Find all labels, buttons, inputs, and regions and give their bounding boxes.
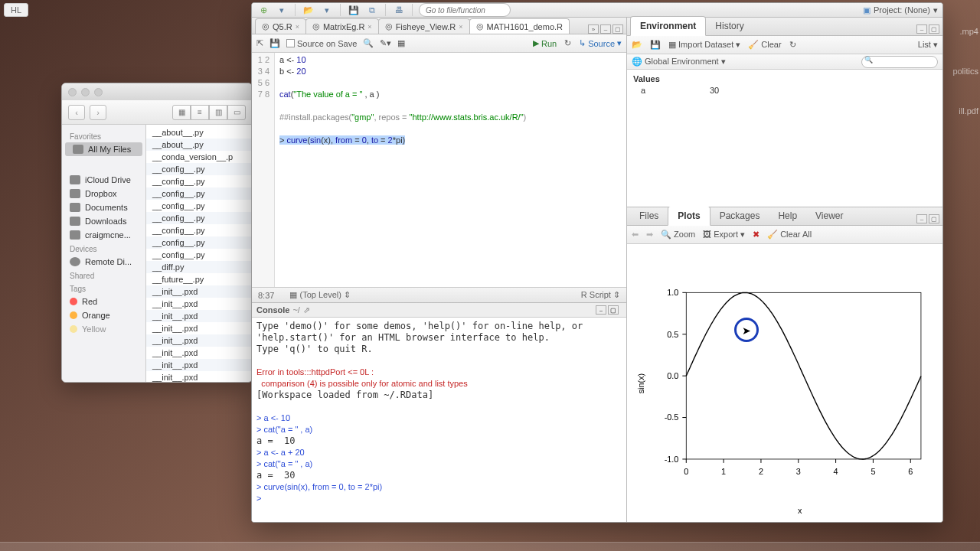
go-to-input[interactable] [419,3,511,17]
file-row[interactable]: __diff.py [146,261,252,273]
tag-yellow[interactable]: Yellow [62,322,145,336]
close-icon[interactable] [68,88,77,96]
maximize-pane[interactable]: ▢ [608,305,619,315]
tag-red[interactable]: Red [62,295,145,308]
file-row[interactable]: __config__.py [146,175,252,187]
close-icon[interactable]: × [296,23,299,31]
refresh-button[interactable]: ↻ [789,40,796,50]
source-on-save-check[interactable]: Source on Save [286,39,357,48]
project-menu[interactable]: ▣Project: (None) ▾ [863,5,938,15]
minimize-icon[interactable] [81,88,90,96]
file-row[interactable]: __future__.py [146,273,252,285]
maximize-pane[interactable]: ▢ [929,24,939,34]
tab-plots[interactable]: Plots [668,206,710,226]
list-view-button[interactable]: ≡ [191,105,209,120]
prev-plot-button[interactable]: ⬅ [632,230,639,240]
file-row[interactable]: __init__.pxd [146,371,252,382]
back-button[interactable]: ‹ [68,105,85,120]
rerun-button[interactable]: ↻ [564,38,571,48]
file-row[interactable]: __init__.pxd [146,285,252,298]
save-all-button[interactable]: ⧉ [365,3,379,17]
sidebar-item-dropbox[interactable]: Dropbox [62,187,145,201]
file-row[interactable]: __config__.py [146,200,252,212]
tab-packages[interactable]: Packages [710,207,769,225]
clear-all-button[interactable]: 🧹 Clear All [767,230,812,240]
minimize-pane[interactable]: – [600,24,611,34]
tab-help[interactable]: Help [769,207,806,225]
new-file-button[interactable]: ⊕ [256,3,270,17]
sidebar-item-home[interactable]: craigmcne... [62,228,145,242]
file-row[interactable]: __init__.pxd [146,310,252,322]
save-button[interactable]: 💾 [270,38,280,48]
maximize-pane[interactable]: ▢ [929,214,939,223]
sidebar-item-all-my-files[interactable]: All My Files [65,142,142,156]
file-row[interactable]: __config__.py [146,236,252,249]
print-button[interactable]: 🖶 [392,3,406,17]
finder-titlebar[interactable] [62,83,252,100]
sidebar-item-icloud[interactable]: iCloud Drive [62,173,145,187]
file-row[interactable]: __init__.pxd [146,298,252,310]
close-icon[interactable]: × [368,23,371,31]
tab-files[interactable]: Files [630,207,668,225]
run-button[interactable]: ▶ Run [533,38,557,48]
env-row[interactable]: a 30 [633,85,936,96]
popout-button[interactable]: ⇱ [256,38,263,48]
file-row[interactable]: __config__.py [146,224,252,236]
sidebar-item-downloads[interactable]: Downloads [62,214,145,228]
open-dropdown[interactable]: ▾ [320,3,334,17]
file-row[interactable]: __init__.pxd [146,359,252,371]
clear-button[interactable]: 🧹 Clear [748,40,781,50]
file-row[interactable]: __init__.pxd [146,347,252,359]
file-row[interactable]: __config__.py [146,212,252,224]
tab-matrixeg[interactable]: ◎MatrixEg.R× [305,18,379,34]
minimize-pane[interactable]: – [916,24,927,34]
file-row[interactable]: __config__.py [146,249,252,261]
zoom-icon[interactable] [94,88,103,96]
tab-viewer[interactable]: Viewer [806,207,852,225]
forward-button[interactable]: › [90,105,106,120]
load-workspace-button[interactable]: 📂 [632,40,642,50]
tab-fisheye[interactable]: ◎Fisheye_View.R× [378,18,470,34]
file-row[interactable]: __about__.py [146,139,252,151]
file-row[interactable]: __about__.py [146,126,252,139]
save-workspace-button[interactable]: 💾 [650,40,661,50]
file-row[interactable]: __config__.py [146,163,252,175]
open-button[interactable]: 📂 [302,3,315,17]
file-list[interactable]: __about__.py__about__.py__conda_version_… [146,125,252,382]
close-icon[interactable]: × [459,23,462,31]
file-row[interactable]: __config__.py [146,187,252,200]
env-search[interactable] [861,56,938,68]
wand-button[interactable]: ✎▾ [380,38,391,48]
tab-history[interactable]: History [706,17,753,35]
file-row[interactable]: __init__.pxd [146,322,252,334]
new-file-dropdown[interactable]: ▾ [275,3,289,17]
next-plot-button[interactable]: ➡ [646,230,653,240]
minimize-pane[interactable]: – [916,214,927,223]
remove-plot-button[interactable]: ✖ [753,230,760,240]
sidebar-item-remote-disk[interactable]: Remote Di... [62,255,145,269]
tab-math1601[interactable]: ◎MATH1601_demo.R [469,18,570,34]
icon-view-button[interactable]: ▦ [172,105,191,120]
cover-view-button[interactable]: ▭ [227,105,246,120]
column-view-button[interactable]: ▥ [209,105,227,120]
save-button[interactable]: 💾 [347,3,361,17]
maximize-pane[interactable]: ▢ [612,24,623,34]
find-button[interactable]: 🔍 [363,38,374,48]
file-row[interactable]: __conda_version__.p [146,151,252,163]
export-button[interactable]: 🖼 Export ▾ [703,230,745,240]
file-row[interactable]: __init__.pxd [146,334,252,347]
console[interactable]: Type 'demo()' for some demos, 'help()' f… [252,318,626,522]
dock[interactable] [0,542,980,551]
tab-q5[interactable]: ◎Q5.R× [255,18,306,34]
zoom-button[interactable]: 🔍 Zoom [661,230,695,240]
import-dataset-button[interactable]: ▦ Import Dataset ▾ [668,40,740,50]
tag-orange[interactable]: Orange [62,308,145,322]
source-button[interactable]: ↳ Source ▾ [579,38,622,48]
report-button[interactable]: ▦ [397,38,405,48]
scope-select[interactable]: 🌐 Global Environment ▾ [632,57,726,67]
sidebar-item-documents[interactable]: Documents [62,201,145,214]
code-editor[interactable]: 1 2 3 4 5 6 7 8 a <- 10 b <- 20 cat("The… [252,53,626,287]
minimize-pane[interactable]: – [596,305,606,315]
tab-environment[interactable]: Environment [630,16,706,36]
tab-overflow[interactable]: » [588,24,599,34]
